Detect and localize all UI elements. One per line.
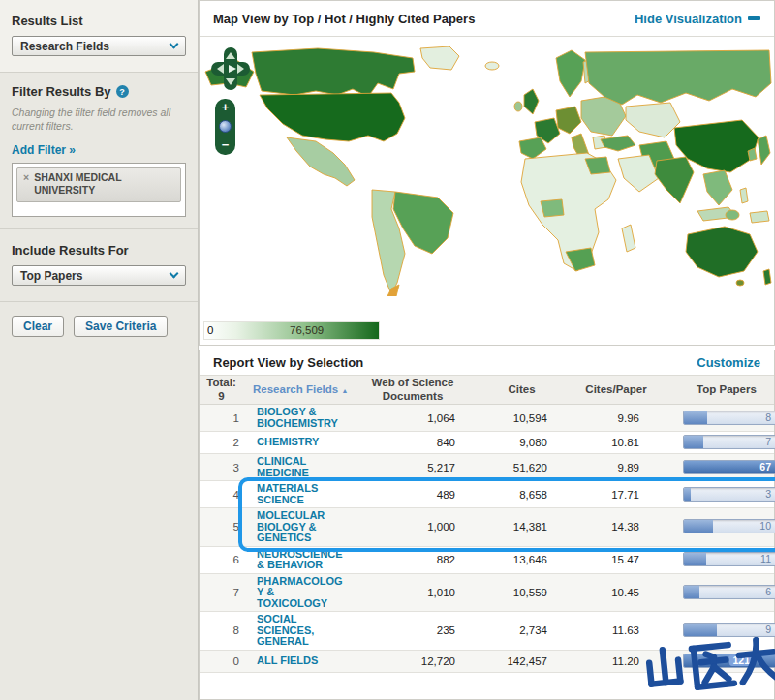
add-filter-link[interactable]: Add Filter »: [12, 143, 76, 157]
docs-value: 12,720: [355, 655, 471, 667]
field-link[interactable]: NEUROSCIENCE & BEHAVIOR: [257, 549, 346, 571]
column-header-cites[interactable]: Cites: [471, 383, 573, 396]
map-legend: 0 76,509: [203, 321, 380, 340]
hide-visualization-label: Hide Visualization: [635, 12, 742, 26]
docs-value: 1,064: [355, 412, 471, 424]
filter-note: Changing the filter field removes all cu…: [12, 107, 186, 133]
cites-per-paper-value: 10.81: [573, 437, 679, 448]
include-results-section: Include Results For Top Papers: [0, 228, 198, 301]
cites-value: 10,559: [471, 587, 573, 598]
top-papers-bar-fill: [684, 624, 717, 636]
field-link[interactable]: MOLECULAR BIOLOGY & GENETICS: [257, 510, 346, 544]
cites-value: 142,457: [471, 655, 573, 667]
include-results-dropdown-value: Top Papers: [20, 269, 82, 283]
filter-tag-label: SHANXI MEDICAL UNIVERSITY: [34, 171, 174, 197]
docs-value: 1,010: [355, 587, 471, 598]
docs-value: 840: [355, 437, 471, 448]
row-rank: 8: [200, 624, 243, 636]
report-title: Report View by Selection: [213, 355, 363, 370]
top-papers-value: 67: [760, 461, 771, 472]
table-row: 2CHEMISTRY8409,08010.817: [200, 432, 774, 454]
top-papers-bar: [683, 487, 775, 502]
column-header-cites-per-paper[interactable]: Cites/Paper: [573, 383, 679, 396]
cites-per-paper-value: 11.20: [573, 655, 679, 667]
table-row: 4MATERIALS SCIENCE4898,65817.713: [200, 481, 774, 508]
sidebar-actions: Clear Save Criteria: [0, 301, 198, 349]
zoom-out-icon[interactable]: −: [222, 138, 230, 151]
research-fields-header-label: Research Fields: [253, 383, 338, 395]
field-link[interactable]: ALL FIELDS: [257, 655, 346, 667]
include-results-dropdown[interactable]: Top Papers: [12, 265, 186, 286]
cites-per-paper-value: 14.38: [573, 521, 679, 533]
legend-max: 76,509: [290, 324, 324, 336]
field-link[interactable]: MATERIALS SCIENCE: [257, 483, 346, 505]
column-header-documents[interactable]: Web of Science Documents: [355, 377, 471, 402]
globe-icon[interactable]: [219, 120, 232, 133]
help-icon[interactable]: ?: [116, 85, 129, 98]
cites-per-paper-value: 11.63: [573, 624, 679, 636]
docs-value: 882: [355, 554, 471, 565]
top-papers-bar-fill: [684, 586, 699, 598]
top-papers-bar: [683, 411, 775, 425]
remove-filter-icon[interactable]: ×: [23, 171, 29, 197]
zoom-in-icon[interactable]: +: [222, 101, 230, 113]
map-panel-header: Map View by Top / Hot / Highly Cited Pap…: [200, 1, 774, 37]
docs-value: 489: [355, 489, 471, 501]
row-rank: 5: [200, 521, 243, 533]
legend-min: 0: [207, 324, 213, 336]
field-link[interactable]: SOCIAL SCIENCES, GENERAL: [257, 614, 346, 648]
docs-value: 235: [355, 624, 471, 636]
cites-value: 14,381: [471, 521, 573, 533]
top-papers-bar: [683, 585, 775, 599]
sidebar: Results List Research Fields Filter Resu…: [0, 0, 199, 700]
column-header-top-papers[interactable]: Top Papers: [679, 383, 774, 396]
table-row: 0ALL FIELDS12,720142,45711.20121: [200, 651, 774, 673]
cites-value: 8,658: [471, 489, 573, 501]
top-papers-value: 8: [765, 411, 771, 423]
filter-section: Filter Results By ? Changing the filter …: [0, 73, 198, 228]
cites-value: 2,734: [471, 624, 573, 636]
column-header-research-fields[interactable]: Research Fields ▲: [243, 383, 355, 396]
save-criteria-button[interactable]: Save Criteria: [74, 316, 168, 337]
top-papers-bar: [683, 623, 775, 637]
report-panel-header: Report View by Selection Customize: [200, 350, 774, 376]
cites-per-paper-value: 15.47: [573, 554, 679, 565]
row-rank: 2: [200, 437, 243, 448]
results-list-dropdown[interactable]: Research Fields: [12, 36, 186, 56]
table-row: 5MOLECULAR BIOLOGY & GENETICS1,00014,381…: [200, 508, 774, 547]
map-title: Map View by Top / Hot / Highly Cited Pap…: [213, 12, 475, 26]
filter-title: Filter Results By ?: [12, 84, 186, 99]
field-link[interactable]: CLINICAL MEDICINE: [257, 456, 346, 478]
total-label: Total:: [206, 377, 235, 388]
map-panel: Map View by Top / Hot / Highly Cited Pap…: [199, 0, 775, 346]
field-link[interactable]: BIOLOGY & BIOCHEMISTRY: [257, 407, 346, 429]
cites-value: 10,594: [471, 412, 573, 424]
map-pan-control[interactable]: [211, 46, 250, 91]
top-papers-value: 3: [765, 488, 771, 500]
cites-per-paper-value: 9.96: [573, 412, 679, 424]
cites-per-paper-value: 9.89: [573, 462, 679, 473]
docs-value: 5,217: [355, 462, 471, 473]
table-row: 3CLINICAL MEDICINE5,21751,6209.8967: [200, 454, 774, 481]
table-body: 1BIOLOGY & BIOCHEMISTRY1,06410,5949.9682…: [200, 405, 774, 673]
field-link[interactable]: CHEMISTRY: [257, 437, 346, 448]
report-panel: Report View by Selection Customize Total…: [199, 350, 775, 700]
hide-visualization-link[interactable]: Hide Visualization: [635, 12, 760, 26]
field-link[interactable]: PHARMACOLOGY & TOXICOLOGY: [257, 576, 346, 610]
world-map[interactable]: [202, 46, 773, 296]
customize-link[interactable]: Customize: [697, 355, 760, 370]
sort-asc-icon: ▲: [341, 387, 348, 394]
cites-value: 13,646: [471, 554, 573, 565]
map-area: + − 0 76,509: [200, 37, 774, 345]
row-rank: 7: [200, 587, 243, 598]
table-header: Total: 9 Research Fields ▲ Web of Scienc…: [200, 376, 774, 405]
docs-value: 1,000: [355, 521, 471, 533]
row-rank: 3: [200, 462, 243, 473]
total-header: Total: 9: [200, 377, 243, 402]
map-zoom-control[interactable]: + −: [215, 99, 235, 155]
cites-per-paper-value: 10.45: [573, 587, 679, 598]
top-papers-bar: [683, 435, 775, 449]
filter-tag: × SHANXI MEDICAL UNIVERSITY: [16, 167, 181, 201]
clear-button[interactable]: Clear: [12, 316, 64, 337]
top-papers-bar-fill: [684, 488, 691, 501]
